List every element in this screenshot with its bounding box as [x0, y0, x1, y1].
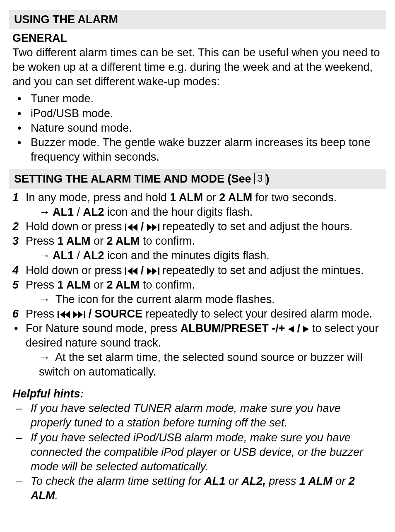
list-item: Nature sound mode.: [12, 121, 383, 135]
right-triangle-icon: [303, 326, 309, 332]
step-5: 5 Press 1 ALM or 2 ALM to confirm. → The…: [12, 278, 383, 307]
arrow-icon: →: [39, 292, 50, 307]
step-1-result: →AL1 / AL2 icon and the hour digits flas…: [26, 205, 383, 219]
banner-text-b: ): [265, 173, 269, 185]
list-item: Buzzer mode. The gentle wake buzzer alar…: [12, 135, 383, 164]
step-4: 4 Hold down or press / repeatedly to set…: [12, 263, 383, 278]
arrow-icon: →: [39, 350, 50, 365]
next-track-icon: [147, 267, 159, 275]
list-item: Tuner mode.: [12, 91, 383, 106]
step-list: 1 In any mode, press and hold 1 ALM or 2…: [12, 190, 383, 379]
figure-ref-box: 3: [254, 173, 265, 184]
next-track-icon: [147, 224, 159, 231]
arrow-icon: →: [39, 248, 50, 263]
prev-track-icon: [125, 224, 137, 231]
hint-3: To check the alarm time setting for AL1 …: [12, 474, 383, 503]
banner-text-a: SETTING THE ALARM TIME AND MODE (See: [14, 173, 254, 185]
step-6-result: → At the set alarm time, the selected so…: [26, 350, 383, 379]
step-2: 2 Hold down or press / repeatedly to set…: [12, 219, 383, 234]
subhead-general: GENERAL: [12, 31, 383, 46]
step-3: 3 Press 1 ALM or 2 ALM to confirm. →AL1 …: [12, 234, 383, 263]
prev-track-icon: [125, 267, 137, 275]
step-6-bullet: • For Nature sound mode, press ALBUM/PRE…: [12, 321, 383, 379]
section-banner-using-alarm: USING THE ALARM: [9, 10, 386, 29]
hint-2: If you have selected iPod/USB alarm mode…: [12, 431, 383, 474]
mode-list: Tuner mode. iPod/USB mode. Nature sound …: [12, 91, 383, 164]
general-paragraph: Two different alarm times can be set. Th…: [12, 46, 383, 89]
hint-1: If you have selected TUNER alarm mode, m…: [12, 401, 383, 430]
left-triangle-icon: [288, 326, 294, 332]
step-6: 6 Press / SOURCE repeatedly to select yo…: [12, 307, 383, 321]
hints-list: If you have selected TUNER alarm mode, m…: [12, 401, 383, 503]
list-item: iPod/USB mode.: [12, 106, 383, 121]
step-5-result: → The icon for the current alarm mode fl…: [26, 292, 383, 307]
next-track-icon: [73, 311, 85, 318]
section-banner-setting-alarm: SETTING THE ALARM TIME AND MODE (See 3): [9, 169, 386, 189]
helpful-hints-title: Helpful hints:: [12, 387, 383, 401]
banner-text: USING THE ALARM: [14, 13, 118, 26]
step-3-result: →AL1 / AL2 icon and the minutes digits f…: [26, 248, 383, 263]
step-1: 1 In any mode, press and hold 1 ALM or 2…: [12, 190, 383, 219]
prev-track-icon: [58, 311, 70, 318]
arrow-icon: →: [39, 205, 50, 219]
